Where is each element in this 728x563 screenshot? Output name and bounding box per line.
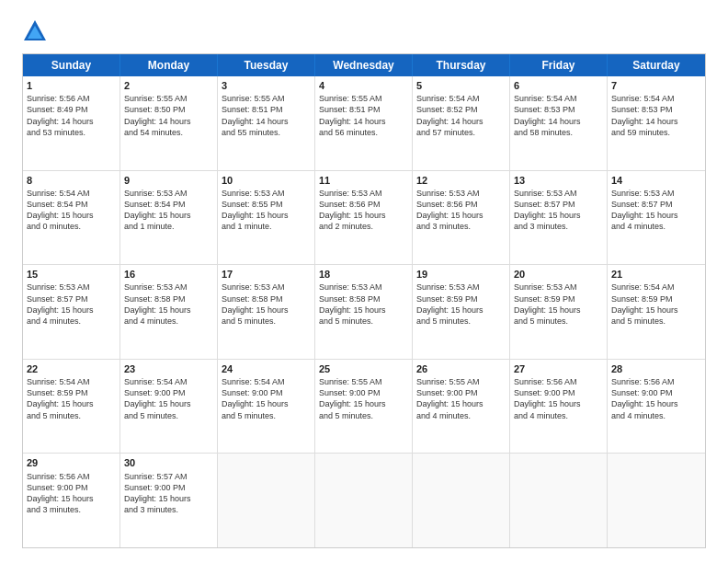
cell-info: Sunrise: 5:55 AM Sunset: 8:51 PM Dayligh… <box>222 93 311 138</box>
table-row: 27Sunrise: 5:56 AM Sunset: 9:00 PM Dayli… <box>510 360 608 454</box>
cell-info: Sunrise: 5:56 AM Sunset: 8:49 PM Dayligh… <box>27 93 116 138</box>
day-number: 9 <box>124 174 213 187</box>
table-row: 28Sunrise: 5:56 AM Sunset: 9:00 PM Dayli… <box>608 360 705 454</box>
cell-info: Sunrise: 5:53 AM Sunset: 8:54 PM Dayligh… <box>124 188 213 233</box>
table-row: 30Sunrise: 5:57 AM Sunset: 9:00 PM Dayli… <box>120 454 218 547</box>
day-number: 23 <box>124 362 213 375</box>
logo <box>22 18 51 44</box>
table-row: 9Sunrise: 5:53 AM Sunset: 8:54 PM Daylig… <box>120 171 218 265</box>
table-row: 20Sunrise: 5:53 AM Sunset: 8:59 PM Dayli… <box>510 265 608 359</box>
day-number: 15 <box>27 268 116 281</box>
day-number: 30 <box>124 456 213 469</box>
page: Sunday Monday Tuesday Wednesday Thursday… <box>0 0 728 563</box>
day-number: 18 <box>319 268 408 281</box>
cell-info: Sunrise: 5:54 AM Sunset: 8:53 PM Dayligh… <box>611 93 701 138</box>
cell-info: Sunrise: 5:54 AM Sunset: 8:52 PM Dayligh… <box>416 93 506 138</box>
header-thursday: Thursday <box>413 54 510 76</box>
day-number: 24 <box>222 362 311 375</box>
header-friday: Friday <box>510 54 608 76</box>
table-row: 3Sunrise: 5:55 AM Sunset: 8:51 PM Daylig… <box>218 76 315 170</box>
calendar-header: Sunday Monday Tuesday Wednesday Thursday… <box>23 54 705 76</box>
day-number: 6 <box>514 79 603 92</box>
day-number: 26 <box>416 362 506 375</box>
cell-info: Sunrise: 5:53 AM Sunset: 8:58 PM Dayligh… <box>319 282 408 327</box>
table-row: 14Sunrise: 5:53 AM Sunset: 8:57 PM Dayli… <box>608 171 705 265</box>
table-row: 26Sunrise: 5:55 AM Sunset: 9:00 PM Dayli… <box>413 360 510 454</box>
calendar-row-3: 15Sunrise: 5:53 AM Sunset: 8:57 PM Dayli… <box>23 265 705 360</box>
header-tuesday: Tuesday <box>218 54 315 76</box>
cell-info: Sunrise: 5:56 AM Sunset: 9:00 PM Dayligh… <box>27 471 116 516</box>
day-number: 14 <box>611 174 701 187</box>
cell-info: Sunrise: 5:54 AM Sunset: 8:59 PM Dayligh… <box>27 376 116 421</box>
table-row <box>510 454 608 547</box>
day-number: 11 <box>319 174 408 187</box>
table-row: 18Sunrise: 5:53 AM Sunset: 8:58 PM Dayli… <box>315 265 413 359</box>
day-number: 29 <box>27 456 116 469</box>
day-number: 17 <box>222 268 311 281</box>
table-row: 4Sunrise: 5:55 AM Sunset: 8:51 PM Daylig… <box>315 76 413 170</box>
table-row: 5Sunrise: 5:54 AM Sunset: 8:52 PM Daylig… <box>413 76 510 170</box>
day-number: 27 <box>514 362 603 375</box>
cell-info: Sunrise: 5:55 AM Sunset: 9:00 PM Dayligh… <box>416 376 506 421</box>
table-row: 8Sunrise: 5:54 AM Sunset: 8:54 PM Daylig… <box>23 171 120 265</box>
day-number: 19 <box>416 268 506 281</box>
header-wednesday: Wednesday <box>315 54 413 76</box>
day-number: 1 <box>27 79 116 92</box>
day-number: 4 <box>319 79 408 92</box>
header-saturday: Saturday <box>608 54 705 76</box>
day-number: 12 <box>416 174 506 187</box>
table-row: 1Sunrise: 5:56 AM Sunset: 8:49 PM Daylig… <box>23 76 120 170</box>
cell-info: Sunrise: 5:53 AM Sunset: 8:57 PM Dayligh… <box>27 282 116 327</box>
table-row: 29Sunrise: 5:56 AM Sunset: 9:00 PM Dayli… <box>23 454 120 547</box>
table-row: 11Sunrise: 5:53 AM Sunset: 8:56 PM Dayli… <box>315 171 413 265</box>
cell-info: Sunrise: 5:53 AM Sunset: 8:57 PM Dayligh… <box>514 188 603 233</box>
table-row <box>315 454 413 547</box>
header-sunday: Sunday <box>23 54 120 76</box>
day-number: 21 <box>611 268 701 281</box>
table-row: 19Sunrise: 5:53 AM Sunset: 8:59 PM Dayli… <box>413 265 510 359</box>
calendar-row-5: 29Sunrise: 5:56 AM Sunset: 9:00 PM Dayli… <box>23 454 705 547</box>
cell-info: Sunrise: 5:53 AM Sunset: 8:58 PM Dayligh… <box>222 282 311 327</box>
day-number: 20 <box>514 268 603 281</box>
calendar: Sunday Monday Tuesday Wednesday Thursday… <box>22 53 706 548</box>
table-row: 12Sunrise: 5:53 AM Sunset: 8:56 PM Dayli… <box>413 171 510 265</box>
table-row: 25Sunrise: 5:55 AM Sunset: 9:00 PM Dayli… <box>315 360 413 454</box>
table-row: 24Sunrise: 5:54 AM Sunset: 9:00 PM Dayli… <box>218 360 315 454</box>
cell-info: Sunrise: 5:53 AM Sunset: 8:58 PM Dayligh… <box>124 282 213 327</box>
cell-info: Sunrise: 5:54 AM Sunset: 8:54 PM Dayligh… <box>27 188 116 233</box>
table-row: 10Sunrise: 5:53 AM Sunset: 8:55 PM Dayli… <box>218 171 315 265</box>
calendar-row-4: 22Sunrise: 5:54 AM Sunset: 8:59 PM Dayli… <box>23 360 705 454</box>
cell-info: Sunrise: 5:55 AM Sunset: 8:50 PM Dayligh… <box>124 93 213 138</box>
header <box>22 18 706 44</box>
table-row: 7Sunrise: 5:54 AM Sunset: 8:53 PM Daylig… <box>608 76 705 170</box>
day-number: 16 <box>124 268 213 281</box>
day-number: 7 <box>611 79 701 92</box>
cell-info: Sunrise: 5:53 AM Sunset: 8:55 PM Dayligh… <box>222 188 311 233</box>
day-number: 13 <box>514 174 603 187</box>
cell-info: Sunrise: 5:56 AM Sunset: 9:00 PM Dayligh… <box>514 376 603 421</box>
table-row: 15Sunrise: 5:53 AM Sunset: 8:57 PM Dayli… <box>23 265 120 359</box>
cell-info: Sunrise: 5:53 AM Sunset: 8:59 PM Dayligh… <box>416 282 506 327</box>
cell-info: Sunrise: 5:54 AM Sunset: 8:59 PM Dayligh… <box>611 282 701 327</box>
table-row: 2Sunrise: 5:55 AM Sunset: 8:50 PM Daylig… <box>120 76 218 170</box>
header-monday: Monday <box>120 54 218 76</box>
cell-info: Sunrise: 5:53 AM Sunset: 8:56 PM Dayligh… <box>319 188 408 233</box>
calendar-row-1: 1Sunrise: 5:56 AM Sunset: 8:49 PM Daylig… <box>23 76 705 171</box>
table-row <box>413 454 510 547</box>
calendar-body: 1Sunrise: 5:56 AM Sunset: 8:49 PM Daylig… <box>23 76 705 547</box>
cell-info: Sunrise: 5:55 AM Sunset: 8:51 PM Dayligh… <box>319 93 408 138</box>
day-number: 3 <box>222 79 311 92</box>
cell-info: Sunrise: 5:53 AM Sunset: 8:56 PM Dayligh… <box>416 188 506 233</box>
day-number: 5 <box>416 79 506 92</box>
table-row <box>608 454 705 547</box>
table-row <box>218 454 315 547</box>
cell-info: Sunrise: 5:54 AM Sunset: 8:53 PM Dayligh… <box>514 93 603 138</box>
cell-info: Sunrise: 5:53 AM Sunset: 8:57 PM Dayligh… <box>611 188 701 233</box>
day-number: 10 <box>222 174 311 187</box>
table-row: 6Sunrise: 5:54 AM Sunset: 8:53 PM Daylig… <box>510 76 608 170</box>
day-number: 2 <box>124 79 213 92</box>
day-number: 28 <box>611 362 701 375</box>
day-number: 22 <box>27 362 116 375</box>
cell-info: Sunrise: 5:54 AM Sunset: 9:00 PM Dayligh… <box>124 376 213 421</box>
table-row: 13Sunrise: 5:53 AM Sunset: 8:57 PM Dayli… <box>510 171 608 265</box>
